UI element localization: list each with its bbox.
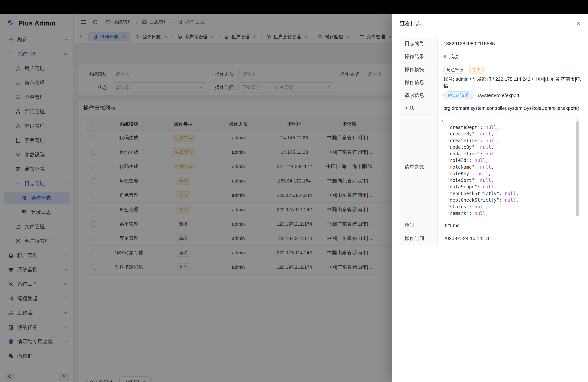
request-params-json[interactable]: { "createDept": null, "createBy": null, … [438,115,584,219]
detail-label: 请求信息 [400,89,438,102]
log-detail-table: 日志编号 1882612840802115585 操作结果 成功 操作模块 角色… [400,37,584,245]
detail-row-module: 操作模块 角色管理 导出 [400,63,584,76]
detail-row-log-id: 日志编号 1882612840802115585 [400,37,584,50]
json-line: "updateBy": null, [441,144,584,151]
drawer-close-button[interactable] [575,20,582,27]
duration-value: 421 ms [438,219,584,232]
detail-row-params: 请求参数 { "createDept": null, "createBy": n… [400,115,584,219]
request-url: /system/role/export [478,93,519,98]
json-line: { [441,117,584,124]
module-tag: 角色管理 [443,66,466,74]
drawer-header: 查看日志 [392,14,588,33]
json-line: "createDept": null, [441,124,584,131]
detail-row-op-info: 操作信息 账号: admin / 研发部门 / 222.175.114.242 … [400,76,584,89]
detail-row-request: 请求信息 POST请求 /system/role/export [400,89,584,102]
post-method-badge: POST请求 [443,91,474,99]
detail-label: 耗时 [400,219,438,232]
json-line: "createTime": null, [441,137,584,144]
json-line: "updateTime": null, [441,151,584,157]
json-line: "roleSort": null, [441,177,584,184]
json-line: "menuCheckStrictly": null, [441,190,584,197]
success-dot-icon [443,55,446,58]
close-icon [576,21,581,26]
operation-tag: 导出 [469,66,484,74]
json-line: "deptCheckStrictly": null, [441,197,584,204]
detail-row-method: 方法 org.dromara.system.controller.system.… [400,102,584,115]
detail-label: 操作时间 [400,232,438,245]
json-line: "roleName": null, [441,164,584,170]
json-line: "remark": null, [441,210,584,217]
detail-row-op-time: 操作时间 2025-01-24 10:14:13 [400,232,584,245]
drawer-title: 查看日志 [399,20,421,27]
json-line: "dataScope": null, [441,184,584,190]
json-scrollbar-thumb[interactable] [576,121,579,216]
detail-label: 操作信息 [400,76,438,89]
op-info-value: 账号: admin / 研发部门 / 222.175.114.242 / 中国|… [438,76,584,89]
detail-label: 日志编号 [400,37,438,50]
json-line: "roleId": null, [441,157,584,164]
detail-row-duration: 耗时 421 ms [400,219,584,232]
indent-guide [443,125,443,214]
json-line: "roleKey": null, [441,170,584,177]
detail-label: 请求参数 [400,115,438,219]
screen: Plus Admin 概览 系统管理 [0,0,588,382]
detail-row-result: 操作结果 成功 [400,50,584,63]
json-line: "createBy": null, [441,131,584,137]
detail-label: 方法 [400,102,438,115]
json-line: "status": null, [441,204,584,210]
op-time-value: 2025-01-24 10:14:13 [438,232,584,245]
detail-label: 操作结果 [400,50,438,63]
view-log-drawer: 查看日志 日志编号 1882612840802115585 操作结果 成功 操作… [392,14,588,382]
log-id-value: 1882612840802115585 [438,37,584,50]
result-value: 成功 [449,53,459,60]
method-value: org.dromara.system.controller.system.Sys… [438,102,584,115]
detail-label: 操作模块 [400,63,438,76]
